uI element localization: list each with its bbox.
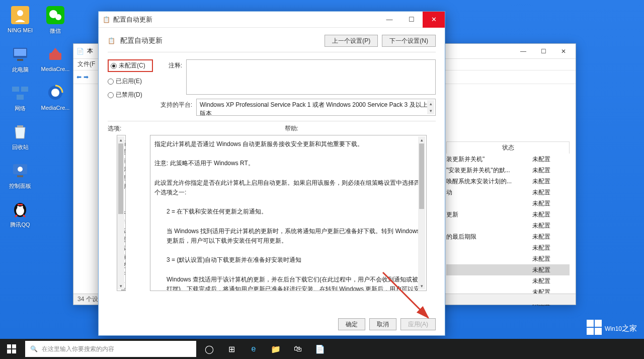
desktop-icon-this-pc[interactable]: 此电脑 (5, 44, 35, 74)
state-radio-group: 未配置(C) 已启用(E) 已禁用(D) (108, 59, 153, 116)
help-label: 帮助: (285, 124, 436, 133)
svg-rect-22 (18, 204, 23, 205)
dialog-close-button[interactable]: ✕ (423, 12, 445, 28)
desktop-icon-mediacre1[interactable]: MediaCre... (40, 44, 70, 74)
dialog-header-title: 配置自动更新 (120, 36, 163, 45)
list-row[interactable]: 更新未配置 (446, 209, 570, 220)
scrollbar[interactable]: ▴▾ (427, 100, 434, 114)
platform-box[interactable]: Windows XP Professional Service Pack 1 或… (196, 99, 436, 116)
row-state: 未配置 (532, 255, 568, 263)
options-label: 选项: (108, 124, 121, 133)
taskbar: 🔍在这里输入你要搜索的内容 ◯ ⊞ e 📁 🛍 📄 (0, 339, 644, 359)
svg-rect-8 (49, 53, 61, 60)
list-row[interactable]: 未配置 (446, 198, 570, 209)
list-row[interactable]: 装更新并关机"未配置 (446, 154, 570, 165)
help-text: Windows 查找适用于该计算机的更新，并在后台下载它们(在此过程中，用户不会… (154, 275, 422, 291)
icon-label: 网络 (15, 105, 26, 112)
policy-icon: 📋 (103, 16, 110, 23)
svg-rect-25 (12, 344, 16, 348)
radio-enabled[interactable]: 已启用(E) (108, 77, 153, 86)
help-text: 2 = 在下载和安装任何更新之前通知。 (154, 207, 422, 217)
ok-button[interactable]: 确定 (338, 318, 365, 330)
help-text: 注意: 此策略不适用于 Windows RT。 (154, 159, 422, 168)
help-text: 3 = (默认设置)自动下载更新并在准备好安装时通知 (154, 255, 422, 265)
list-row[interactable]: 的最后期限未配置 (446, 231, 570, 242)
desktop-icon-control-panel[interactable]: 控制面板 (5, 160, 35, 190)
bg-title-prefix: 本 (87, 47, 93, 55)
icon-label: 控制面板 (9, 182, 31, 190)
row-name: 动 (446, 188, 532, 197)
file-menu[interactable]: 文件(F (77, 60, 95, 67)
list-row[interactable]: "安装更新并关机"的默...未配置 (446, 165, 570, 176)
start-button[interactable] (0, 339, 23, 359)
desktop-icon-qq[interactable]: 腾讯QQ (5, 199, 35, 229)
row-state: 未配置 (532, 222, 568, 230)
list-row[interactable]: 未配置 (446, 275, 570, 286)
list-row[interactable]: 动未配置 (446, 187, 570, 198)
bg-maximize-button[interactable]: ☐ (533, 44, 553, 59)
svg-rect-10 (21, 87, 28, 92)
list-row[interactable]: 未配置 (446, 220, 570, 231)
policy-icon: 📋 (108, 37, 115, 44)
desktop-icon-recycle[interactable]: 回收站 (5, 121, 35, 151)
svg-point-1 (17, 10, 23, 16)
row-name: "安装更新并关机"的默... (446, 166, 532, 175)
radio-dot-icon (108, 92, 114, 98)
back-icon[interactable]: ⬅ (76, 74, 82, 81)
prev-setting-button[interactable]: 上一个设置(P) (325, 35, 378, 47)
explorer-icon[interactable]: 📁 (265, 339, 287, 359)
next-setting-button[interactable]: 下一个设置(N) (382, 35, 436, 47)
row-state: 未配置 (532, 210, 568, 219)
desktop-icon-mediacre2[interactable]: MediaCre... (40, 83, 70, 112)
list-row[interactable]: 未配置 (446, 242, 570, 253)
cancel-button[interactable]: 取消 (369, 318, 396, 330)
row-name: 的最后期限 (446, 233, 532, 241)
cortana-icon[interactable]: ◯ (198, 339, 220, 359)
list-row[interactable]: 未配置 (446, 253, 570, 264)
svg-rect-9 (12, 87, 19, 92)
policy-dialog: 📋 配置自动更新 — ☐ ✕ 📋 配置自动更新 上一个设置(P) 下一个设置(N… (98, 11, 445, 336)
radio-label: 已禁用(D) (116, 91, 142, 99)
desktop-icon-wechat[interactable]: 微信 (40, 5, 70, 35)
help-panel: 指定此计算机是否通过 Windows 自动更新服务接收安全更新和其他重要下载。 … (150, 135, 427, 291)
radio-unconfigured[interactable]: 未配置(C) (108, 59, 153, 72)
radio-label: 已启用(E) (116, 77, 142, 86)
scrollbar[interactable]: ▴▾ (117, 136, 124, 290)
radio-disabled[interactable]: 已禁用(D) (108, 91, 153, 99)
state-column-header[interactable]: 状态 (446, 141, 570, 154)
row-state: 未配置 (532, 277, 568, 285)
store-icon[interactable]: 🛍 (287, 339, 309, 359)
bg-close-button[interactable]: ✕ (553, 44, 574, 59)
forward-icon[interactable]: ➡ (84, 74, 89, 81)
taskbar-search[interactable]: 🔍在这里输入你要搜索的内容 (25, 341, 196, 357)
icon-label: 回收站 (12, 143, 29, 151)
row-state: 未配置 (532, 177, 568, 186)
notepad-taskbar-icon[interactable]: 📄 (309, 339, 331, 359)
row-name: 更新 (446, 210, 532, 219)
brand-suffix: 之家 (622, 324, 637, 332)
comment-textarea[interactable] (186, 59, 436, 95)
scrollbar[interactable]: ▴▾ (418, 136, 425, 290)
watermark: Win10之家 www.win10xitong.com (587, 320, 637, 335)
desktop-icon-ningmei[interactable]: NING MEI (5, 5, 35, 35)
dialog-maximize-button[interactable]: ☐ (400, 12, 423, 28)
svg-point-13 (51, 89, 59, 97)
edge-icon[interactable]: e (243, 339, 265, 359)
bg-minimize-button[interactable]: — (513, 44, 533, 59)
platform-text: Windows XP Professional Service Pack 1 或… (200, 101, 428, 116)
row-state: 未配置 (532, 266, 568, 274)
dialog-titlebar[interactable]: 📋 配置自动更新 — ☐ ✕ (99, 12, 445, 28)
desktop-icon-network[interactable]: 网络 (5, 83, 35, 112)
row-name: 唤醒系统来安装计划的... (446, 177, 532, 186)
dialog-minimize-button[interactable]: — (378, 12, 400, 28)
icon-label: 微信 (50, 27, 61, 35)
svg-rect-6 (14, 49, 26, 56)
svg-rect-24 (7, 344, 11, 348)
list-row[interactable]: 唤醒系统来安装计划的...未配置 (446, 176, 570, 187)
row-state: 未配置 (532, 166, 568, 175)
svg-point-4 (55, 14, 61, 20)
svg-rect-27 (12, 349, 16, 353)
list-row[interactable]: 未配置 (446, 264, 570, 275)
taskview-icon[interactable]: ⊞ (220, 339, 243, 359)
apply-button[interactable]: 应用(A) (400, 318, 436, 330)
